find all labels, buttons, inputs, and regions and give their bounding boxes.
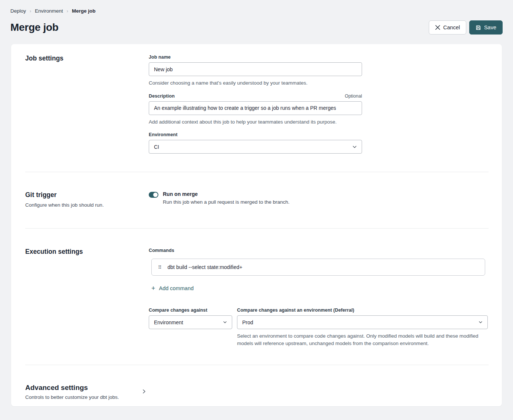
description-input[interactable] <box>149 101 362 115</box>
chevron-down-icon <box>352 145 357 148</box>
plus-icon: + <box>151 285 155 292</box>
run-on-merge-toggle[interactable] <box>149 192 158 198</box>
section-advanced-settings[interactable]: Advanced settings Controls to better cus… <box>25 365 489 400</box>
breadcrumb-item-environment[interactable]: Environment <box>35 8 63 14</box>
breadcrumb-item-deploy[interactable]: Deploy <box>10 8 26 14</box>
drag-handle-icon[interactable]: ⠿ <box>158 265 162 270</box>
deferral-select-value: Prod <box>242 319 253 325</box>
chevron-right-icon[interactable] <box>141 389 147 394</box>
page-header: Merge job Cancel Save <box>10 20 503 35</box>
description-label: Description <box>149 93 175 99</box>
add-command-label: Add command <box>159 285 194 291</box>
git-trigger-heading: Git trigger <box>25 191 149 199</box>
breadcrumb: Deploy › Environment › Merge job <box>10 8 503 14</box>
command-row[interactable]: ⠿ dbt build --select state:modified+ <box>151 259 485 276</box>
chevron-down-icon <box>479 321 483 324</box>
deferral-select[interactable]: Prod <box>237 315 488 329</box>
page-title: Merge job <box>10 22 59 33</box>
breadcrumb-separator-icon: › <box>30 9 31 14</box>
cancel-button-label: Cancel <box>443 24 460 30</box>
add-command-button[interactable]: + Add command <box>151 285 194 292</box>
job-settings-card: Job settings Job name Consider choosing … <box>11 44 502 406</box>
environment-select[interactable]: CI <box>149 140 362 154</box>
compare-against-label: Compare changes against <box>149 308 232 313</box>
commands-label: Commands <box>149 248 489 253</box>
run-on-merge-description: Run this job when a pull request is merg… <box>163 199 289 205</box>
deferral-field-group: Compare changes against an environment (… <box>237 308 488 347</box>
breadcrumb-current: Merge job <box>72 8 96 14</box>
description-field-group: Description Optional Add additional cont… <box>149 93 489 126</box>
compare-against-select[interactable]: Environment <box>149 315 232 329</box>
compare-against-field-group: Compare changes against Environment <box>149 308 232 347</box>
run-on-merge-row: Run on merge Run this job when a pull re… <box>149 191 489 205</box>
save-button-label: Save <box>484 24 496 30</box>
save-button[interactable]: Save <box>469 20 503 35</box>
job-settings-heading: Job settings <box>25 55 149 62</box>
top-bar: Deploy › Environment › Merge job Merge j… <box>0 0 513 35</box>
run-on-merge-label: Run on merge <box>163 191 289 197</box>
compare-against-select-value: Environment <box>154 319 183 325</box>
description-helper: Add additional context about this job to… <box>149 118 489 126</box>
save-icon <box>476 25 481 30</box>
environment-select-value: CI <box>154 144 159 150</box>
environment-field-group: Environment CI <box>149 132 489 154</box>
job-name-field-group: Job name Consider choosing a name that's… <box>149 55 489 87</box>
deferral-label: Compare changes against an environment (… <box>237 308 488 313</box>
description-optional-tag: Optional <box>345 93 362 99</box>
command-text: dbt build --select state:modified+ <box>168 264 243 270</box>
job-name-input[interactable] <box>149 62 362 76</box>
close-icon <box>435 25 440 30</box>
environment-label: Environment <box>149 132 489 137</box>
compare-settings-row: Compare changes against Environment Comp… <box>149 308 489 347</box>
chevron-down-icon <box>223 321 227 324</box>
section-job-settings: Job settings Job name Consider choosing … <box>25 55 489 172</box>
advanced-settings-heading: Advanced settings <box>25 384 149 392</box>
deferral-helper: Select an environment to compare code ch… <box>237 332 488 347</box>
execution-settings-heading: Execution settings <box>25 248 149 256</box>
section-execution-settings: Execution settings Commands ⠿ dbt build … <box>25 229 489 365</box>
job-name-label: Job name <box>149 55 489 60</box>
job-name-helper: Consider choosing a name that's easily u… <box>149 79 489 87</box>
section-git-trigger: Git trigger Configure when this job shou… <box>25 172 489 228</box>
header-actions: Cancel Save <box>429 20 503 35</box>
breadcrumb-separator-icon: › <box>67 9 68 14</box>
advanced-settings-subheading: Controls to better customize your dbt jo… <box>25 394 149 400</box>
git-trigger-subheading: Configure when this job should run. <box>25 202 149 208</box>
cancel-button[interactable]: Cancel <box>429 20 466 35</box>
toggle-knob <box>153 193 158 197</box>
